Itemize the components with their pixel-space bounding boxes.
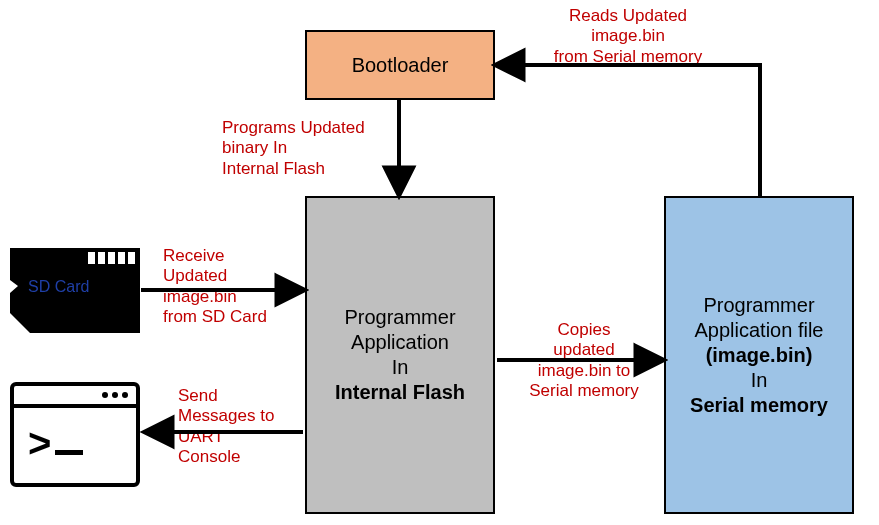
- arrows-layer: [0, 0, 879, 525]
- arrow-serial-to-bootloader: [497, 65, 760, 196]
